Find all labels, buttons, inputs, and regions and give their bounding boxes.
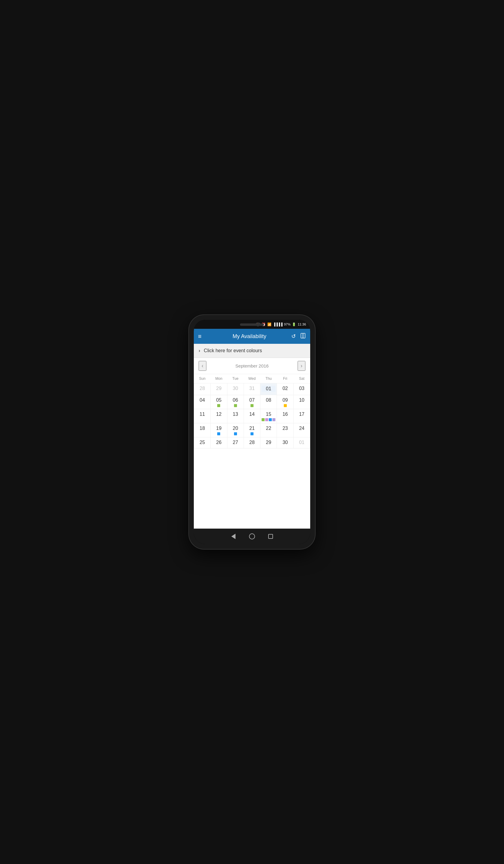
calendar-day-cell[interactable]: 28 bbox=[194, 383, 211, 395]
calendar-day-cell[interactable]: 12 bbox=[211, 409, 227, 423]
day-number: 10 bbox=[295, 397, 309, 403]
calendar-day-cell[interactable]: 24 bbox=[293, 423, 310, 437]
calendar-day-cell[interactable]: 18 bbox=[194, 423, 211, 437]
app-header: ≡ My Availability ↺ bbox=[194, 329, 310, 344]
calendar-day-cell[interactable]: 22 bbox=[261, 423, 277, 437]
calendar-day-cell[interactable]: 23 bbox=[277, 423, 293, 437]
calendar-day-cell[interactable]: 16 bbox=[277, 409, 293, 423]
event-dot bbox=[265, 418, 268, 421]
calendar-nav: ‹ September 2016 › bbox=[194, 358, 310, 374]
day-number: 29 bbox=[262, 440, 275, 445]
status-bar: 📳 ⏰ 📶 ▐▐▐▐ 97% 🔋 11:36 bbox=[194, 320, 310, 329]
vibrate-icon: 📳 bbox=[256, 323, 260, 326]
svg-rect-0 bbox=[301, 333, 303, 338]
calendar-day-cell[interactable]: 25 bbox=[194, 437, 211, 448]
calendar-day-cell[interactable]: 03 bbox=[293, 383, 310, 395]
calendar-day-cell[interactable]: 13 bbox=[227, 409, 243, 423]
calendar-day-cell[interactable]: 14 bbox=[243, 409, 260, 423]
calendar-day-cell[interactable]: 29 bbox=[261, 437, 277, 448]
event-dot bbox=[251, 432, 253, 435]
calendar-day-cell[interactable]: 06 bbox=[227, 395, 243, 409]
calendar-day-cell[interactable]: 01 bbox=[293, 437, 310, 448]
event-colours-banner[interactable]: › Click here for event colours bbox=[194, 344, 310, 358]
time-display: 11:36 bbox=[298, 323, 306, 326]
event-dot bbox=[269, 418, 272, 421]
book-button[interactable] bbox=[300, 333, 306, 340]
calendar-day-cell[interactable]: 15 bbox=[261, 409, 277, 423]
recent-button[interactable] bbox=[267, 533, 274, 540]
day-number: 17 bbox=[295, 411, 309, 417]
event-dot bbox=[234, 432, 237, 435]
calendar-day-cell[interactable]: 10 bbox=[293, 395, 310, 409]
day-number: 20 bbox=[229, 426, 242, 431]
battery-icon: 🔋 bbox=[292, 323, 296, 326]
day-number: 15 bbox=[262, 411, 275, 417]
event-dots bbox=[229, 404, 242, 407]
refresh-button[interactable]: ↺ bbox=[291, 333, 296, 339]
app-content: › Click here for event colours ‹ Septemb… bbox=[194, 344, 310, 529]
day-number: 27 bbox=[229, 440, 242, 445]
event-dot bbox=[284, 404, 287, 407]
event-dots bbox=[245, 404, 259, 407]
day-number: 11 bbox=[195, 411, 209, 417]
day-number: 22 bbox=[262, 426, 275, 431]
calendar-week-row: 04050607080910 bbox=[194, 395, 310, 409]
calendar-day-cell[interactable]: 19 bbox=[211, 423, 227, 437]
calendar-day-cell[interactable]: 05 bbox=[211, 395, 227, 409]
month-year-label: September 2016 bbox=[236, 363, 269, 368]
calendar-week-row: 11121314151617 bbox=[194, 409, 310, 423]
day-number: 09 bbox=[278, 397, 292, 403]
back-button[interactable] bbox=[230, 533, 237, 540]
calendar-day-cell[interactable]: 30 bbox=[227, 383, 243, 395]
day-number: 02 bbox=[278, 386, 292, 391]
calendar-container: ‹ September 2016 › Sun Mon Tue Wed Thu F… bbox=[194, 358, 310, 529]
event-dot bbox=[251, 404, 253, 407]
menu-button[interactable]: ≡ bbox=[198, 333, 208, 340]
calendar-day-cell[interactable]: 07 bbox=[243, 395, 260, 409]
calendar-day-cell[interactable]: 20 bbox=[227, 423, 243, 437]
day-number: 12 bbox=[212, 411, 226, 417]
header-sun: Sun bbox=[194, 374, 211, 383]
day-number: 08 bbox=[262, 397, 275, 403]
wifi-icon: 📶 bbox=[267, 323, 272, 326]
day-number: 13 bbox=[229, 411, 242, 417]
android-nav-bar bbox=[194, 529, 310, 544]
day-number: 25 bbox=[195, 440, 209, 445]
signal-icon: ▐▐▐▐ bbox=[273, 323, 282, 326]
day-number: 30 bbox=[278, 440, 292, 445]
calendar-day-cell[interactable]: 30 bbox=[277, 437, 293, 448]
day-number: 16 bbox=[278, 411, 292, 417]
day-number: 29 bbox=[212, 386, 226, 391]
day-number: 26 bbox=[212, 440, 226, 445]
calendar-day-cell[interactable]: 27 bbox=[227, 437, 243, 448]
calendar-day-cell[interactable]: 26 bbox=[211, 437, 227, 448]
prev-month-button[interactable]: ‹ bbox=[199, 361, 206, 371]
home-button[interactable] bbox=[249, 533, 255, 540]
day-number: 21 bbox=[245, 426, 259, 431]
event-dot bbox=[217, 432, 220, 435]
calendar-day-cell[interactable]: 31 bbox=[243, 383, 260, 395]
event-dots bbox=[278, 404, 292, 407]
event-dots bbox=[262, 418, 275, 421]
day-number: 18 bbox=[195, 426, 209, 431]
next-month-button[interactable]: › bbox=[298, 361, 305, 371]
calendar-day-cell[interactable]: 29 bbox=[211, 383, 227, 395]
phone-screen: 📳 ⏰ 📶 ▐▐▐▐ 97% 🔋 11:36 ≡ My Availability… bbox=[194, 320, 310, 544]
day-number: 23 bbox=[278, 426, 292, 431]
calendar-day-cell[interactable]: 21 bbox=[243, 423, 260, 437]
day-number: 31 bbox=[245, 386, 259, 391]
event-dot bbox=[262, 418, 265, 421]
calendar-day-cell[interactable]: 02 bbox=[277, 383, 293, 395]
calendar-day-cell[interactable]: 04 bbox=[194, 395, 211, 409]
calendar-day-cell[interactable]: 09 bbox=[277, 395, 293, 409]
event-dot bbox=[234, 404, 237, 407]
calendar-day-cell[interactable]: 28 bbox=[243, 437, 260, 448]
header-tue: Tue bbox=[227, 374, 243, 383]
calendar-day-cell[interactable]: 17 bbox=[293, 409, 310, 423]
calendar-day-cell[interactable]: 11 bbox=[194, 409, 211, 423]
calendar-week-row: 18192021222324 bbox=[194, 423, 310, 437]
calendar-day-cell[interactable]: 01 bbox=[261, 383, 277, 395]
day-number: 01 bbox=[295, 440, 309, 445]
calendar-day-cell[interactable]: 08 bbox=[261, 395, 277, 409]
day-number: 07 bbox=[245, 397, 259, 403]
